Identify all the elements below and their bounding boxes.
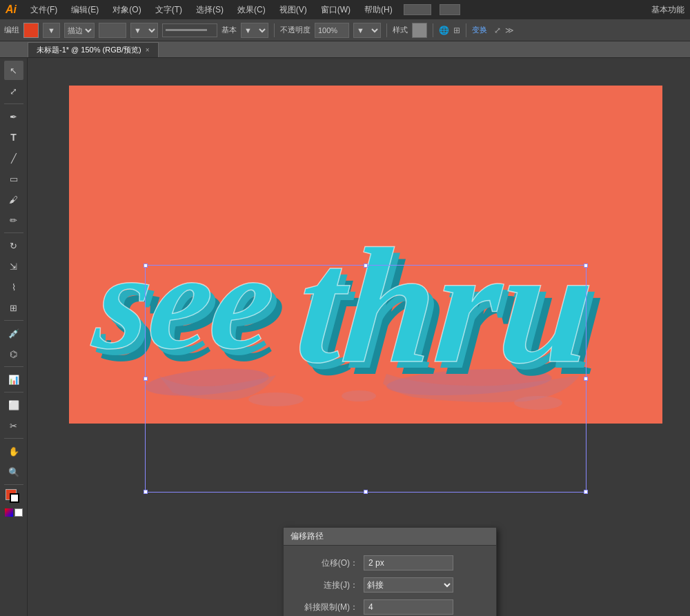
divider-1 xyxy=(274,23,275,37)
svg-text:thru: thru xyxy=(290,214,600,397)
stroke-label: 基本 xyxy=(221,25,237,35)
offset-row: 位移(O)： xyxy=(295,555,485,570)
menu-window[interactable]: 窗口(W) xyxy=(318,3,353,17)
tool-eyedropper[interactable]: 💉 xyxy=(4,324,23,343)
artboard: see see see see thru thru thru thru xyxy=(69,86,662,424)
stroke-weight-input[interactable] xyxy=(99,23,126,38)
handle-br[interactable] xyxy=(584,490,588,494)
color-mode-btn[interactable] xyxy=(5,508,13,517)
main-layout: ↖ ⤢ ✒ T ╱ ▭ 🖌 ✏ ↻ ⇲ ⌇ ⊞ 💉 ⌬ 📊 ⬜ ✂ ✋ 🔍 xyxy=(0,58,690,616)
fill-color-swatch[interactable] xyxy=(23,23,39,38)
menu-view[interactable]: 视图(V) xyxy=(277,3,310,17)
basic-function-label: 基本功能 xyxy=(651,4,684,16)
tool-sep-7 xyxy=(4,484,23,485)
menu-text[interactable]: 文字(T) xyxy=(152,3,185,17)
align-icon[interactable]: ⊞ xyxy=(453,26,460,35)
fill-stroke-indicator[interactable] xyxy=(4,488,23,507)
tool-pen[interactable]: ✒ xyxy=(4,107,23,126)
stroke-style-preview[interactable] xyxy=(162,23,217,37)
handle-bm[interactable] xyxy=(364,490,368,494)
tool-paintbrush[interactable]: 🖌 xyxy=(4,190,23,209)
stroke-dropdown[interactable]: ▼ xyxy=(241,23,268,38)
tool-type[interactable]: T xyxy=(4,128,23,147)
transform-label[interactable]: 变换 xyxy=(472,25,487,35)
join-row: 连接(J)： 斜接 圆角 斜角 xyxy=(295,577,485,593)
tool-direct-select[interactable]: ⤢ xyxy=(4,81,23,101)
ai-logo: Ai xyxy=(6,3,17,16)
menu-object[interactable]: 对象(O) xyxy=(110,3,144,17)
join-label: 连接(J)： xyxy=(295,579,364,591)
more-icon[interactable]: ≫ xyxy=(505,26,514,35)
stroke-weight-unit[interactable]: ▼ xyxy=(130,23,158,38)
miter-row: 斜接限制(M)： xyxy=(295,599,485,615)
opacity-input[interactable] xyxy=(315,23,349,38)
tool-width[interactable]: ⊞ xyxy=(4,298,23,317)
screen-mode-btn[interactable] xyxy=(404,4,431,15)
toolbar: 编组 ▼ 描边 ▼ 基本 ▼ 不透明度 ▼ 样式 🌐 ⊞ 变换 ⤢ ≫ xyxy=(0,19,690,41)
canvas-area[interactable]: see see see see thru thru thru thru xyxy=(28,58,690,616)
mode-label: 编组 xyxy=(4,25,19,35)
tool-slice[interactable]: ✂ xyxy=(4,416,23,435)
offset-input[interactable] xyxy=(364,555,453,570)
tool-mode-select[interactable]: 描边 xyxy=(64,23,95,38)
divider-3 xyxy=(433,23,433,37)
offset-path-dialog: 偏移路径 位移(O)： 连接(J)： 斜接 圆角 斜角 xyxy=(283,527,497,616)
tool-blend[interactable]: ⌬ xyxy=(4,344,23,364)
tool-sep-4 xyxy=(4,366,23,367)
none-mode-btn[interactable] xyxy=(14,508,23,517)
style-label: 样式 xyxy=(393,25,408,35)
stroke-line xyxy=(166,29,207,31)
join-select[interactable]: 斜接 圆角 斜角 xyxy=(364,577,453,593)
tool-warp[interactable]: ⌇ xyxy=(4,277,23,297)
tool-column-graph[interactable]: 📊 xyxy=(4,370,23,389)
svg-text:see: see xyxy=(86,225,284,377)
opacity-dropdown[interactable]: ▼ xyxy=(353,23,381,38)
tool-zoom[interactable]: 🔍 xyxy=(4,462,23,481)
offset-label: 位移(O)： xyxy=(295,557,364,569)
menu-help[interactable]: 帮助(H) xyxy=(362,3,395,17)
tool-hand[interactable]: ✋ xyxy=(4,441,23,461)
document-tab[interactable]: 未标题-1* @ 150% (RGB/预览) × xyxy=(28,42,159,57)
miter-label: 斜接限制(M)： xyxy=(295,602,364,613)
dialog-body: 位移(O)： 连接(J)： 斜接 圆角 斜角 斜接限制(M)： xyxy=(284,546,496,616)
color-mode-row xyxy=(5,508,23,517)
tool-sep-5 xyxy=(4,392,23,393)
dialog-title-text: 偏移路径 xyxy=(290,530,324,542)
tab-label: 未标题-1* @ 150% (RGB/预览) xyxy=(37,45,141,55)
tool-sep-6 xyxy=(4,438,23,439)
tool-sep-1 xyxy=(4,103,23,104)
tool-pencil[interactable]: ✏ xyxy=(4,210,23,230)
title-bar: Ai 文件(F) 编辑(E) 对象(O) 文字(T) 选择(S) 效果(C) 视… xyxy=(0,0,690,19)
handle-bl[interactable] xyxy=(144,490,148,494)
tool-rotate[interactable]: ↻ xyxy=(4,236,23,255)
toolbox: ↖ ⤢ ✒ T ╱ ▭ 🖌 ✏ ↻ ⇲ ⌇ ⊞ 💉 ⌬ 📊 ⬜ ✂ ✋ 🔍 xyxy=(0,58,28,616)
tool-sep-2 xyxy=(4,232,23,233)
stroke-icon: ▼ xyxy=(48,26,55,34)
tool-rect[interactable]: ▭ xyxy=(4,169,23,188)
tab-bar: 未标题-1* @ 150% (RGB/预览) × xyxy=(0,41,690,58)
tool-artboard[interactable]: ⬜ xyxy=(4,395,23,415)
tool-line[interactable]: ╱ xyxy=(4,148,23,168)
view-toggle-btn[interactable] xyxy=(440,4,460,15)
globe-icon[interactable]: 🌐 xyxy=(439,26,449,35)
menu-file[interactable]: 文件(F) xyxy=(28,3,60,17)
transform-icon[interactable]: ⤢ xyxy=(494,26,501,35)
menu-edit[interactable]: 编辑(E) xyxy=(68,3,101,17)
menu-effect[interactable]: 效果(C) xyxy=(235,3,268,17)
tool-select[interactable]: ↖ xyxy=(4,61,23,80)
opacity-label: 不透明度 xyxy=(280,25,310,35)
artwork-svg: see see see see thru thru thru thru xyxy=(69,86,662,424)
stroke-btn[interactable]: ▼ xyxy=(43,23,60,38)
dialog-title-bar[interactable]: 偏移路径 xyxy=(284,528,496,546)
stroke-indicator xyxy=(10,493,19,503)
tool-sep-3 xyxy=(4,320,23,321)
style-swatch[interactable] xyxy=(412,23,427,38)
menu-select[interactable]: 选择(S) xyxy=(193,3,226,17)
miter-input[interactable] xyxy=(364,599,453,615)
tool-scale[interactable]: ⇲ xyxy=(4,257,23,276)
divider-4 xyxy=(466,23,466,37)
tab-close-btn[interactable]: × xyxy=(146,46,150,54)
divider-2 xyxy=(386,23,387,37)
